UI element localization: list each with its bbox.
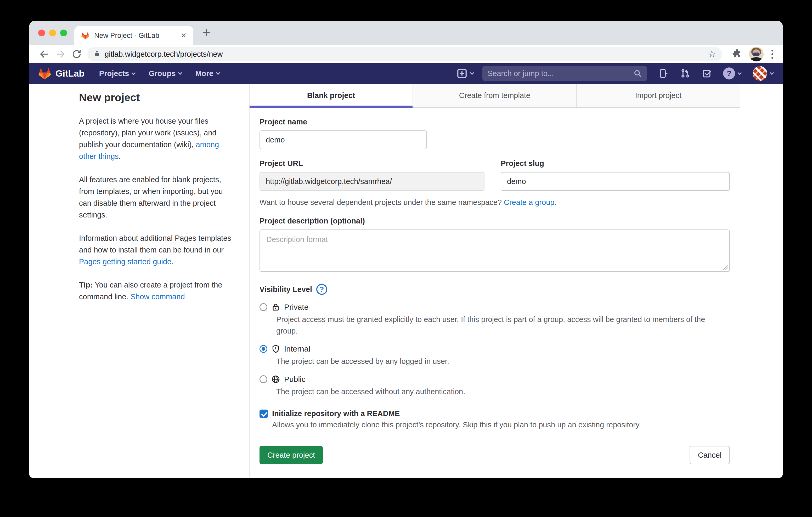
- readme-row: Initialize repository with a README: [260, 409, 730, 418]
- chevron-down-icon: [770, 70, 774, 75]
- close-window-button[interactable]: [38, 30, 45, 36]
- visibility-option-public: Public The project can be accessed witho…: [260, 375, 730, 397]
- help-menu[interactable]: ?: [723, 67, 741, 80]
- browser-toolbar: gitlab.widgetcorp.tech/projects/new ☆: [29, 45, 783, 63]
- project-name-label: Project name: [260, 118, 730, 126]
- browser-profile-avatar[interactable]: [749, 47, 763, 61]
- new-project-panel: Blank project Create from template Impor…: [249, 84, 740, 478]
- visibility-option-internal: Internal The project can be accessed by …: [260, 344, 730, 367]
- chevron-down-icon: [216, 70, 220, 75]
- refresh-icon[interactable]: [68, 49, 85, 59]
- visibility-label: Visibility Level: [260, 285, 312, 294]
- gitlab-favicon-icon: [81, 31, 89, 40]
- chevron-down-icon: [470, 70, 474, 75]
- plus-square-icon: [457, 68, 467, 79]
- form-actions: Create project Cancel: [260, 446, 730, 464]
- project-url-label: Project URL: [260, 159, 485, 168]
- create-group-link[interactable]: Create a group.: [504, 198, 557, 207]
- project-url-input[interactable]: [260, 172, 485, 191]
- global-search[interactable]: [483, 66, 647, 81]
- project-description-textarea[interactable]: [260, 230, 730, 272]
- public-description: The project can be accessed without any …: [276, 386, 726, 397]
- address-bar[interactable]: gitlab.widgetcorp.tech/projects/new ☆: [87, 47, 722, 61]
- minimize-window-button[interactable]: [49, 30, 56, 36]
- description-field-wrap: [260, 230, 730, 273]
- intro-tip: Tip: You can also create a project from …: [79, 279, 236, 303]
- readme-checkbox[interactable]: [260, 409, 268, 418]
- brand-name: GitLab: [55, 68, 85, 79]
- page-content: New project A project is where you house…: [29, 84, 783, 478]
- new-tab-button[interactable]: +: [202, 25, 210, 40]
- pages-guide-link[interactable]: Pages getting started guide: [79, 257, 171, 266]
- project-slug-input[interactable]: [501, 172, 730, 191]
- zoom-window-button[interactable]: [60, 30, 67, 36]
- tab-import-project[interactable]: Import project: [577, 84, 740, 107]
- url-slug-row: Project URL Project slug: [260, 159, 730, 191]
- visibility-option-private: Private Project access must be granted e…: [260, 303, 730, 337]
- intro-paragraph-2: All features are enabled for blank proje…: [79, 174, 236, 221]
- browser-menu-icon[interactable]: [772, 50, 773, 59]
- intro-paragraph-3: Information about additional Pages templ…: [79, 232, 236, 268]
- project-description-label: Project description (optional): [260, 217, 730, 225]
- readme-description: Allows you to immediately clone this pro…: [272, 421, 730, 429]
- intro-column: New project A project is where you house…: [79, 87, 236, 314]
- user-menu[interactable]: [753, 66, 773, 81]
- private-description: Project access must be granted explicitl…: [276, 314, 726, 337]
- tab-create-from-template[interactable]: Create from template: [413, 84, 577, 107]
- browser-tabstrip: New Project · GitLab ✕ +: [29, 21, 783, 45]
- merge-requests-icon[interactable]: [680, 68, 691, 79]
- visibility-header: Visibility Level ?: [260, 284, 730, 295]
- tanuki-icon: [38, 67, 51, 80]
- private-radio[interactable]: [260, 303, 267, 311]
- search-icon: [634, 69, 642, 78]
- tab-close-icon[interactable]: ✕: [180, 31, 186, 40]
- nav-projects[interactable]: Projects: [99, 69, 135, 78]
- shield-icon: [271, 344, 280, 354]
- show-command-link[interactable]: Show command: [130, 293, 185, 301]
- issues-icon[interactable]: [659, 68, 669, 79]
- gitlab-navbar: GitLab Projects Groups More ?: [29, 63, 783, 84]
- tab-title: New Project · GitLab: [94, 32, 176, 40]
- search-input[interactable]: [488, 69, 634, 78]
- chevron-down-icon: [178, 70, 182, 75]
- globe-icon: [271, 375, 280, 384]
- lock-icon: [94, 50, 100, 58]
- cancel-button[interactable]: Cancel: [690, 446, 730, 464]
- gitlab-logo[interactable]: GitLab: [38, 67, 85, 80]
- blank-project-form: Project name Project URL Project slug Wa…: [250, 108, 740, 478]
- chevron-down-icon: [738, 70, 742, 75]
- intro-paragraph-1: A project is where you house your files …: [79, 115, 236, 162]
- window-controls: [38, 30, 67, 36]
- nav-more[interactable]: More: [195, 69, 219, 78]
- new-menu-button[interactable]: [457, 68, 473, 79]
- help-icon: ?: [723, 67, 735, 80]
- visibility-help-icon[interactable]: ?: [316, 284, 327, 295]
- internal-radio[interactable]: [260, 345, 267, 353]
- nav-groups[interactable]: Groups: [149, 69, 181, 78]
- project-slug-label: Project slug: [501, 159, 730, 168]
- extensions-icon[interactable]: [732, 49, 742, 59]
- browser-tab[interactable]: New Project · GitLab ✕: [74, 26, 193, 45]
- public-radio[interactable]: [260, 375, 267, 383]
- browser-window: New Project · GitLab ✕ + gitlab.widgetco…: [29, 21, 783, 478]
- create-project-button[interactable]: Create project: [260, 446, 323, 464]
- internal-description: The project can be accessed by any logge…: [276, 356, 726, 367]
- user-avatar: [753, 66, 767, 81]
- project-type-tabs: Blank project Create from template Impor…: [250, 84, 740, 108]
- screen: New Project · GitLab ✕ + gitlab.widgetco…: [0, 0, 812, 517]
- back-icon[interactable]: [36, 49, 52, 59]
- bookmark-star-icon[interactable]: ☆: [707, 49, 716, 60]
- namespace-hint: Want to house several dependent projects…: [260, 198, 730, 207]
- page-title: New project: [79, 91, 236, 104]
- readme-label: Initialize repository with a README: [272, 409, 400, 418]
- forward-icon[interactable]: [52, 49, 68, 59]
- lock-icon: [271, 303, 280, 311]
- tab-blank-project[interactable]: Blank project: [250, 84, 413, 107]
- todos-icon[interactable]: [702, 68, 712, 79]
- chevron-down-icon: [132, 70, 136, 75]
- project-name-input[interactable]: [260, 130, 427, 149]
- url-text: gitlab.widgetcorp.tech/projects/new: [105, 50, 223, 59]
